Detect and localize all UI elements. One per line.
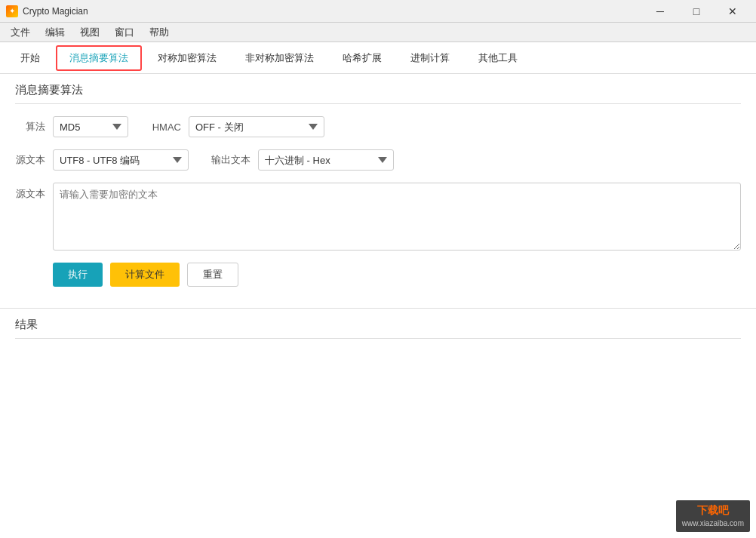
menu-item-文件[interactable]: 文件 — [3, 23, 38, 42]
tab-6[interactable]: 其他工具 — [466, 46, 530, 70]
tab-0[interactable]: 开始 — [8, 46, 53, 70]
menu-item-视图[interactable]: 视图 — [72, 23, 107, 42]
tab-3[interactable]: 非对称加密算法 — [232, 46, 327, 70]
algorithm-label: 算法 — [15, 120, 45, 134]
source-encoding-label: 源文本 — [15, 153, 45, 167]
source-text-row: 源文本 — [15, 183, 741, 251]
app-title: Crypto Magician — [23, 6, 643, 17]
menu-item-帮助[interactable]: 帮助 — [142, 23, 177, 42]
button-row: 执行 计算文件 重置 — [53, 263, 741, 287]
algorithm-row: 算法 MD5SHA1SHA256SHA512 HMAC OFF - 关闭ON -… — [15, 116, 741, 137]
menu-item-编辑[interactable]: 编辑 — [38, 23, 72, 42]
tab-4[interactable]: 哈希扩展 — [330, 46, 395, 70]
tab-2[interactable]: 对称加密算法 — [145, 46, 229, 70]
section-title: 消息摘要算法 — [15, 83, 741, 104]
calc-file-button[interactable]: 计算文件 — [110, 263, 180, 287]
hmac-label: HMAC — [151, 121, 181, 133]
maximize-button[interactable]: □ — [679, 0, 714, 23]
source-text-label: 源文本 — [15, 183, 45, 201]
execute-button[interactable]: 执行 — [53, 263, 103, 287]
tab-1[interactable]: 消息摘要算法 — [56, 45, 142, 71]
source-encoding-group: 源文本 UTF8 - UTF8 编码GBK - GBK 编码Base64 - B… — [15, 149, 189, 171]
algorithm-select[interactable]: MD5SHA1SHA256SHA512 — [53, 116, 128, 137]
results-section: 结果 — [0, 308, 756, 357]
tab-5[interactable]: 进制计算 — [398, 46, 463, 70]
hmac-group: HMAC OFF - 关闭ON - 开启 — [151, 116, 324, 137]
source-text-input[interactable] — [53, 183, 741, 251]
output-group: 输出文本 十六进制 - HexBase64 - Base64二进制 - Bina… — [211, 149, 394, 171]
output-select[interactable]: 十六进制 - HexBase64 - Base64二进制 - Binary — [258, 149, 394, 171]
app-icon: ✦ — [6, 5, 18, 17]
menu-item-窗口[interactable]: 窗口 — [107, 23, 142, 42]
tab-bar: 开始消息摘要算法对称加密算法非对称加密算法哈希扩展进制计算其他工具 — [0, 42, 756, 74]
main-content: 消息摘要算法 算法 MD5SHA1SHA256SHA512 HMAC OFF -… — [0, 74, 756, 538]
window-controls: ─ □ ✕ — [643, 0, 750, 23]
encoding-row: 源文本 UTF8 - UTF8 编码GBK - GBK 编码Base64 - B… — [15, 149, 741, 171]
minimize-button[interactable]: ─ — [643, 0, 678, 23]
algorithm-group: 算法 MD5SHA1SHA256SHA512 — [15, 116, 128, 137]
menu-bar: 文件编辑视图窗口帮助 — [0, 23, 756, 42]
source-encoding-select[interactable]: UTF8 - UTF8 编码GBK - GBK 编码Base64 - Base6… — [53, 149, 189, 171]
reset-button[interactable]: 重置 — [187, 263, 238, 287]
results-title: 结果 — [15, 318, 741, 339]
title-bar: ✦ Crypto Magician ─ □ ✕ — [0, 0, 756, 23]
main-section: 消息摘要算法 算法 MD5SHA1SHA256SHA512 HMAC OFF -… — [0, 74, 756, 308]
close-button[interactable]: ✕ — [715, 0, 750, 23]
hmac-select[interactable]: OFF - 关闭ON - 开启 — [189, 116, 324, 137]
output-label: 输出文本 — [211, 153, 250, 167]
